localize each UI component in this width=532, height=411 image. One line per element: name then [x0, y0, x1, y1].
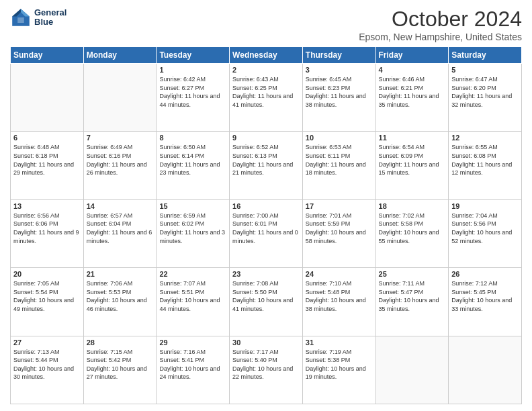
- day-cell: 6Sunrise: 6:48 AMSunset: 6:18 PMDaylight…: [11, 132, 84, 199]
- day-number: 1: [159, 66, 226, 74]
- day-number: 4: [379, 66, 446, 74]
- day-cell: 16Sunrise: 7:00 AMSunset: 6:01 PMDayligh…: [230, 199, 303, 267]
- header-cell-sunday: Sunday: [11, 47, 84, 64]
- day-info: Sunrise: 7:05 AMSunset: 5:54 PMDaylight:…: [13, 279, 81, 313]
- day-cell: 3Sunrise: 6:45 AMSunset: 6:23 PMDaylight…: [302, 64, 375, 132]
- svg-rect-3: [17, 17, 24, 23]
- day-info: Sunrise: 7:19 AMSunset: 5:38 PMDaylight:…: [306, 348, 373, 381]
- day-cell: 25Sunrise: 7:11 AMSunset: 5:47 PMDayligh…: [375, 268, 449, 336]
- header-row: SundayMondayTuesdayWednesdayThursdayFrid…: [11, 47, 522, 64]
- header-cell-tuesday: Tuesday: [157, 47, 230, 64]
- day-number: 19: [451, 202, 519, 210]
- day-number: 26: [451, 270, 519, 278]
- header-cell-saturday: Saturday: [449, 47, 522, 64]
- day-info: Sunrise: 6:45 AMSunset: 6:23 PMDaylight:…: [306, 75, 373, 109]
- day-number: 21: [87, 270, 154, 278]
- day-cell: 22Sunrise: 7:07 AMSunset: 5:51 PMDayligh…: [157, 268, 230, 336]
- day-cell: 23Sunrise: 7:08 AMSunset: 5:50 PMDayligh…: [230, 268, 303, 336]
- calendar-page: General Blue October 2024 Epsom, New Ham…: [0, 0, 532, 411]
- day-cell: 17Sunrise: 7:01 AMSunset: 5:59 PMDayligh…: [302, 199, 375, 267]
- day-number: 28: [87, 338, 154, 347]
- week-row-3: 13Sunrise: 6:56 AMSunset: 6:06 PMDayligh…: [11, 199, 522, 267]
- day-number: 7: [87, 134, 154, 142]
- day-info: Sunrise: 6:59 AMSunset: 6:02 PMDaylight:…: [159, 212, 226, 245]
- day-number: 15: [159, 202, 226, 210]
- day-info: Sunrise: 7:13 AMSunset: 5:44 PMDaylight:…: [13, 348, 81, 381]
- day-info: Sunrise: 6:53 AMSunset: 6:11 PMDaylight:…: [306, 143, 373, 177]
- day-cell: 10Sunrise: 6:53 AMSunset: 6:11 PMDayligh…: [302, 132, 375, 199]
- day-cell: 29Sunrise: 7:16 AMSunset: 5:41 PMDayligh…: [157, 336, 230, 404]
- header-cell-thursday: Thursday: [302, 47, 375, 64]
- day-info: Sunrise: 7:16 AMSunset: 5:41 PMDaylight:…: [159, 348, 226, 381]
- day-cell: 13Sunrise: 6:56 AMSunset: 6:06 PMDayligh…: [11, 199, 84, 267]
- day-number: 9: [232, 134, 300, 142]
- day-number: 22: [159, 270, 226, 278]
- day-number: 27: [13, 338, 81, 347]
- day-info: Sunrise: 7:00 AMSunset: 6:01 PMDaylight:…: [232, 212, 300, 245]
- day-number: 24: [306, 270, 373, 278]
- day-info: Sunrise: 7:17 AMSunset: 5:40 PMDaylight:…: [232, 348, 300, 381]
- day-info: Sunrise: 6:47 AMSunset: 6:20 PMDaylight:…: [451, 75, 519, 109]
- day-info: Sunrise: 7:10 AMSunset: 5:48 PMDaylight:…: [306, 279, 373, 313]
- day-number: 11: [379, 134, 446, 142]
- day-cell: 31Sunrise: 7:19 AMSunset: 5:38 PMDayligh…: [302, 336, 375, 404]
- day-cell: 20Sunrise: 7:05 AMSunset: 5:54 PMDayligh…: [11, 268, 84, 336]
- day-info: Sunrise: 6:57 AMSunset: 6:04 PMDaylight:…: [87, 212, 154, 245]
- day-cell: 11Sunrise: 6:54 AMSunset: 6:09 PMDayligh…: [375, 132, 449, 199]
- day-cell: 26Sunrise: 7:12 AMSunset: 5:45 PMDayligh…: [449, 268, 522, 336]
- day-info: Sunrise: 7:04 AMSunset: 5:56 PMDaylight:…: [451, 212, 519, 245]
- title-block: October 2024 Epsom, New Hampshire, Unite…: [359, 7, 522, 42]
- day-number: 31: [306, 338, 373, 347]
- header-cell-monday: Monday: [83, 47, 157, 64]
- day-number: 18: [379, 202, 446, 210]
- day-cell: 27Sunrise: 7:13 AMSunset: 5:44 PMDayligh…: [11, 336, 84, 404]
- day-info: Sunrise: 6:56 AMSunset: 6:06 PMDaylight:…: [13, 212, 81, 245]
- day-info: Sunrise: 7:06 AMSunset: 5:53 PMDaylight:…: [87, 279, 154, 313]
- day-number: 2: [232, 66, 300, 74]
- header-cell-friday: Friday: [375, 47, 449, 64]
- day-cell: 12Sunrise: 6:55 AMSunset: 6:08 PMDayligh…: [449, 132, 522, 199]
- week-row-5: 27Sunrise: 7:13 AMSunset: 5:44 PMDayligh…: [11, 336, 522, 404]
- day-info: Sunrise: 7:07 AMSunset: 5:51 PMDaylight:…: [159, 279, 226, 313]
- day-info: Sunrise: 6:48 AMSunset: 6:18 PMDaylight:…: [13, 143, 81, 177]
- logo-icon: [10, 7, 32, 28]
- day-info: Sunrise: 6:54 AMSunset: 6:09 PMDaylight:…: [379, 143, 446, 177]
- day-number: 12: [451, 134, 519, 142]
- day-cell: 4Sunrise: 6:46 AMSunset: 6:21 PMDaylight…: [375, 64, 449, 132]
- day-info: Sunrise: 6:49 AMSunset: 6:16 PMDaylight:…: [87, 143, 154, 177]
- day-number: 10: [306, 134, 373, 142]
- day-info: Sunrise: 6:43 AMSunset: 6:25 PMDaylight:…: [232, 75, 300, 109]
- day-cell: [11, 64, 84, 132]
- day-number: 3: [306, 66, 373, 74]
- day-info: Sunrise: 6:52 AMSunset: 6:13 PMDaylight:…: [232, 143, 300, 177]
- day-number: 17: [306, 202, 373, 210]
- day-cell: 9Sunrise: 6:52 AMSunset: 6:13 PMDaylight…: [230, 132, 303, 199]
- day-cell: 5Sunrise: 6:47 AMSunset: 6:20 PMDaylight…: [449, 64, 522, 132]
- day-cell: 24Sunrise: 7:10 AMSunset: 5:48 PMDayligh…: [302, 268, 375, 336]
- day-info: Sunrise: 7:11 AMSunset: 5:47 PMDaylight:…: [379, 279, 446, 313]
- day-cell: 18Sunrise: 7:02 AMSunset: 5:58 PMDayligh…: [375, 199, 449, 267]
- day-cell: [83, 64, 157, 132]
- week-row-2: 6Sunrise: 6:48 AMSunset: 6:18 PMDaylight…: [11, 132, 522, 199]
- day-cell: 7Sunrise: 6:49 AMSunset: 6:16 PMDaylight…: [83, 132, 157, 199]
- day-info: Sunrise: 7:01 AMSunset: 5:59 PMDaylight:…: [306, 212, 373, 245]
- day-info: Sunrise: 6:50 AMSunset: 6:14 PMDaylight:…: [159, 143, 226, 177]
- day-number: 29: [159, 338, 226, 347]
- day-cell: 30Sunrise: 7:17 AMSunset: 5:40 PMDayligh…: [230, 336, 303, 404]
- day-number: 5: [451, 66, 519, 74]
- logo: General Blue: [10, 7, 66, 28]
- day-number: 14: [87, 202, 154, 210]
- day-number: 13: [13, 202, 81, 210]
- day-info: Sunrise: 7:15 AMSunset: 5:42 PMDaylight:…: [87, 348, 154, 381]
- day-number: 8: [159, 134, 226, 142]
- day-cell: 8Sunrise: 6:50 AMSunset: 6:14 PMDaylight…: [157, 132, 230, 199]
- day-info: Sunrise: 7:02 AMSunset: 5:58 PMDaylight:…: [379, 212, 446, 245]
- day-info: Sunrise: 7:08 AMSunset: 5:50 PMDaylight:…: [232, 279, 300, 313]
- day-info: Sunrise: 6:55 AMSunset: 6:08 PMDaylight:…: [451, 143, 519, 177]
- logo-text: General Blue: [34, 8, 66, 28]
- calendar-subtitle: Epsom, New Hampshire, United States: [359, 32, 522, 42]
- day-cell: 28Sunrise: 7:15 AMSunset: 5:42 PMDayligh…: [83, 336, 157, 404]
- day-cell: [449, 336, 522, 404]
- day-cell: 14Sunrise: 6:57 AMSunset: 6:04 PMDayligh…: [83, 199, 157, 267]
- day-info: Sunrise: 6:46 AMSunset: 6:21 PMDaylight:…: [379, 75, 446, 109]
